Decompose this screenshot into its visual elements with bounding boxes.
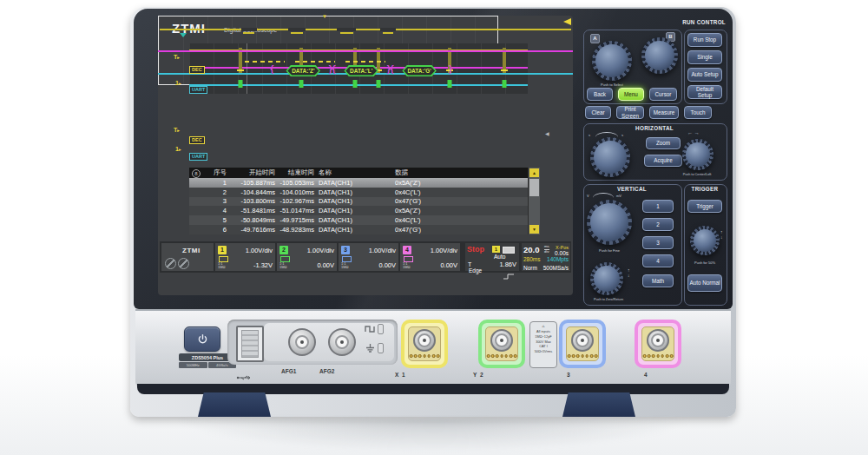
ch1-badge: 1: [218, 246, 227, 254]
push-select-label: Push to Select: [587, 82, 637, 87]
ch1-status[interactable]: 1 1.00V/div 1:11MΩ -1.32V: [215, 243, 275, 271]
touch-button[interactable]: Touch: [684, 106, 712, 119]
ch2-input: [478, 320, 525, 368]
run-stop-button[interactable]: Run Stop: [687, 33, 722, 47]
ch3-bnc: [571, 329, 594, 352]
ch4-bnc: [647, 329, 669, 352]
horizontal-position-knob[interactable]: [682, 139, 713, 170]
table-row[interactable]: 1-105.887ms-105.053msDATA(CH1)0x5A('Z'): [189, 178, 529, 188]
decode-table-body: 1-105.887ms-105.053msDATA(CH1)0x5A('Z') …: [189, 178, 529, 234]
uart-decoder-label-zoom[interactable]: UART: [189, 153, 207, 161]
multipurpose-knob-b[interactable]: [641, 37, 678, 74]
horizontal-status[interactable]: 20.0 msdiv X-Pos 0.00s 280ms 140Mpts Nor…: [522, 243, 570, 271]
ground-icon: [365, 344, 376, 353]
trigger-level-knob[interactable]: [690, 226, 720, 255]
decode-list-icon[interactable]: 8: [192, 169, 201, 178]
trigger-status[interactable]: Stop 1 Auto T 1.86V Edge: [465, 243, 519, 271]
table-row[interactable]: 2-104.844ms-104.010msDATA(CH1)0x4C('L'): [189, 188, 529, 197]
default-setup-button[interactable]: Default Setup: [687, 85, 722, 99]
ch2-status[interactable]: 2 1.00V/div 1:11MΩ 0.00V: [277, 243, 337, 271]
vertical-scale-knob[interactable]: [587, 200, 632, 245]
decode-data-text: DATA:'L': [340, 68, 382, 74]
ch2-button[interactable]: 2: [642, 218, 674, 231]
back-button[interactable]: Back: [587, 88, 613, 101]
push-fine-label: Push for Fine: [589, 248, 630, 253]
signal-low: [291, 32, 303, 34]
uart-decoder-label[interactable]: UART: [189, 86, 207, 94]
acquire-button[interactable]: Acquire: [644, 155, 682, 167]
touch-icon[interactable]: [178, 258, 189, 269]
probe-comp-output: [365, 324, 384, 334]
ch2-badge: 2: [279, 246, 288, 254]
vscale-arc-icon: [593, 193, 614, 198]
ch3-front-label: 3: [567, 372, 570, 378]
ch4-status[interactable]: 4 1.00V/div 1:11MΩ 0.00V: [400, 243, 460, 271]
ch1-front-label: X 1: [395, 372, 405, 378]
ch4-button[interactable]: 4: [642, 254, 674, 267]
zoom-button[interactable]: Zoom: [646, 137, 681, 149]
ch1-offset: -1.32V: [253, 261, 273, 269]
col-data: 数据: [392, 168, 529, 177]
control-panel: RUN CONTROL A B Push to Select Back Menu…: [580, 17, 729, 306]
ch2-sense-pins: [487, 354, 517, 358]
scroll-thumb[interactable]: [529, 179, 539, 196]
dec-result-tick: [237, 69, 244, 71]
ch2-offset: 0.00V: [317, 261, 334, 269]
menu-collapse-arrow[interactable]: ◀: [545, 130, 549, 136]
ch3-offset: 0.00V: [378, 261, 396, 269]
print-screen-button[interactable]: Print Screen: [616, 106, 644, 119]
frame-brace: }: [449, 64, 452, 74]
measure-button[interactable]: Measure: [649, 106, 679, 119]
timebase-unit-right: s: [621, 133, 623, 137]
dec-decoder-label-zoom[interactable]: DEC: [189, 136, 205, 144]
table-row[interactable]: 3-103.800ms-102.967msDATA(CH1)0x47('G'): [189, 197, 529, 207]
afg2-center: [335, 335, 349, 349]
auto-setup-button[interactable]: Auto Setup: [687, 68, 722, 82]
vertical-position-knob[interactable]: [590, 262, 623, 295]
ch3-status[interactable]: 3 1.00V/div 1:11MΩ 0.00V: [339, 243, 398, 271]
auto-normal-button[interactable]: Auto Normal: [687, 274, 722, 292]
push-50-label: Push for 50%: [684, 260, 726, 265]
scroll-up-icon[interactable]: ▲: [529, 168, 539, 177]
dec-result-tick: [501, 69, 508, 71]
sample-rate: 500MSa/s: [543, 265, 569, 271]
ch3-probe: 1:11MΩ: [341, 262, 349, 270]
ch2-bnc-hole: [500, 339, 503, 342]
ch1-button[interactable]: 1: [642, 200, 674, 213]
dec-decoder-label[interactable]: DEC: [189, 66, 205, 74]
push-zero-label: Push to Zero/Return: [582, 298, 635, 301]
ch4-plate: [641, 326, 674, 361]
clear-button[interactable]: Clear: [585, 106, 611, 119]
run-control-title: RUN CONTROL: [663, 19, 726, 25]
timebase-knob[interactable]: [590, 137, 630, 177]
signal-low: [243, 32, 254, 34]
table-scrollbar[interactable]: ▲ ▼: [528, 168, 540, 234]
multipurpose-knob-a[interactable]: [592, 41, 632, 81]
math-button[interactable]: Math: [642, 274, 674, 287]
ch3-button[interactable]: 3: [642, 236, 674, 249]
decode-data-text: DATA:'Z': [282, 68, 324, 74]
oscilloscope-device: ZTMI Digital Oscilloscope ▼: [130, 7, 736, 417]
vertical-title: VERTICAL: [583, 186, 681, 192]
cursor-button[interactable]: Cursor: [649, 88, 677, 101]
square-wave-icon: [365, 325, 376, 333]
trigger-menu-button[interactable]: Trigger: [687, 200, 722, 213]
single-button[interactable]: Single: [687, 50, 722, 64]
scroll-down-icon[interactable]: ▼: [529, 225, 539, 234]
menu-button[interactable]: Menu: [618, 88, 644, 101]
afg1-center: [295, 335, 309, 349]
xpos-value: 0.00s: [555, 250, 569, 256]
power-button[interactable]: [184, 326, 220, 352]
ch2-bnc-center: [495, 333, 509, 347]
ch4-bnc-hole: [656, 339, 660, 342]
ch4-bnc-center: [651, 333, 665, 347]
table-row[interactable]: 5-50.8049ms-49.9715msDATA(CH1)0x4C('L'): [189, 215, 529, 225]
timebase-arc-icon: [595, 132, 618, 137]
gesture-icon[interactable]: [165, 258, 176, 269]
ch4-sense-pins: [643, 354, 674, 358]
ch3-scale: 1.00V/div: [369, 247, 396, 254]
table-row[interactable]: 6-49.7616ms-48.9283msDATA(CH1)0x47('G'): [189, 225, 529, 234]
trigger-position-icon: ▼: [322, 14, 327, 19]
floor-reflection: [174, 419, 694, 452]
table-row[interactable]: 4-51.8481ms-51.0147msDATA(CH1)0x5A('Z'): [189, 206, 529, 215]
